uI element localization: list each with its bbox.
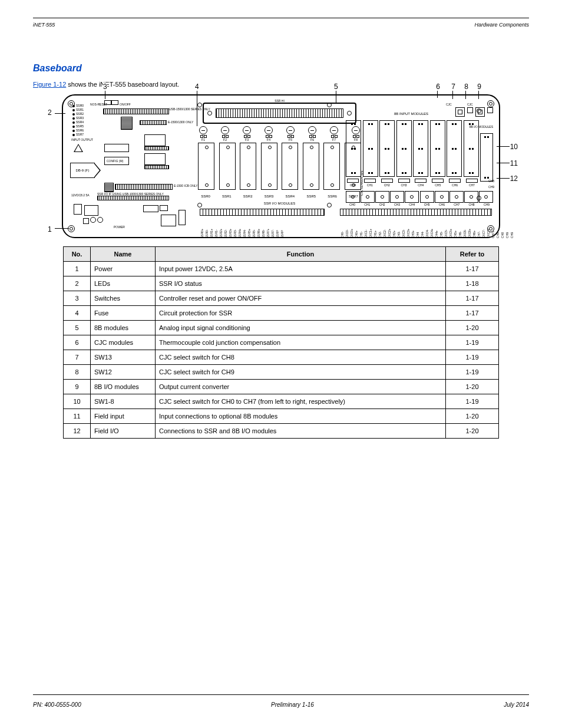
usb-note-4: SSR I/O IF USING USB-1000/1300 SERIES ON… <box>97 192 168 196</box>
ssr-field-connector <box>200 209 325 216</box>
8b-signal-labels: CH0-EXC0-EXC0+CH0+ CH1-EXC1-EXC1+CH1+ CH… <box>340 229 492 238</box>
table-row: 4FuseCircuit protection for SSR1-17 <box>64 306 499 321</box>
callout-6: 6 <box>436 83 440 91</box>
legend-table: No. Name Function Refer to 1PowerInput p… <box>63 246 499 439</box>
table-row: 6CJC modulesThermocouple cold junction c… <box>64 335 499 350</box>
callout-4: 4 <box>195 83 199 91</box>
table-row: 98B I/O modulesOutput current converter1… <box>64 380 499 394</box>
usb-note-2: E-1500/1300 ONLY <box>168 120 193 124</box>
callout-2: 2 <box>48 108 52 117</box>
table-row: 8SW12CJC select switch for CH91-19 <box>64 365 499 380</box>
footer-date: July 2014 <box>504 701 529 708</box>
ssr-module-row <box>198 143 361 190</box>
ssr-led-column: SSR0 SSR1 SSR2 SSR3 SSR4 SSR5 SSR6 SSR7 <box>72 104 84 137</box>
table-row: 7SW13CJC select switch for CH81-19 <box>64 350 499 365</box>
col-refer-header: Refer to <box>446 247 499 262</box>
8b-bottom-row <box>346 191 493 203</box>
col-name-header: Name <box>91 247 156 262</box>
table-header-row: No. Name Function Refer to <box>64 247 499 262</box>
bb-input-title: 8B INPUT MODULES <box>343 112 479 116</box>
table-row: 3SwitchesController reset and power ON/O… <box>64 291 499 306</box>
8b-module-row <box>346 120 479 177</box>
ssr-signal-labels: SSR0+SSR0- SSR1+SSR1- SSR2+SSR2- SSR3+SS… <box>200 229 323 238</box>
usb-note-3: E-1500 ICB ONLY <box>174 184 197 187</box>
callout-1: 1 <box>48 225 52 233</box>
callout-9: 9 <box>477 83 481 91</box>
callout-7: 7 <box>451 83 455 91</box>
col-func-header: Function <box>156 247 446 262</box>
fuse-row: F1 F2 F3 F4 F5 F6 F7 F8 <box>198 126 361 141</box>
callout-12: 12 <box>510 174 518 183</box>
table-row: 58B modulesAnalog input signal condition… <box>64 321 499 335</box>
vdc-label: 12VDC8.2 5A <box>71 193 90 197</box>
ssr-section: SSR HI F1 F2 F3 F4 F5 F6 F7 F8 <box>196 101 363 202</box>
onoff-label: ON/OFF <box>120 103 131 106</box>
header-title: Hardware Components <box>474 22 529 28</box>
figure-link[interactable]: Figure 1-12 <box>33 81 66 88</box>
callout-3: 3 <box>103 83 107 91</box>
footer-pn: PN: 400-0555-000 <box>33 701 81 708</box>
table-row: 10SW1-8CJC select switch for CH0 to CH7 … <box>64 394 499 409</box>
header-model: iNET-555 <box>33 22 55 28</box>
configm-label: CONFIG (M) <box>107 159 123 163</box>
io-label: INPUT OUTPUT <box>71 138 93 141</box>
warning-icon <box>74 144 83 152</box>
baseboard-diagram: 1 2 3 4 5 6 7 8 9 10 11 12 <box>62 94 500 238</box>
page-footer: PN: 400-0555-000 Preliminary 1-16 July 2… <box>33 701 529 708</box>
table-row: 11Field inputInput connections to option… <box>64 409 499 424</box>
cjc-select-label: CJC SENSOR Y/N <box>360 171 363 196</box>
power-label: POWER <box>114 225 125 229</box>
footer-page: Preliminary 1-16 <box>271 701 314 708</box>
table-row: 2LEDsSSR I/O status1-18 <box>64 276 499 291</box>
db9-arrow: DB-9 (F) <box>70 163 95 178</box>
8b-field-connector <box>340 209 492 216</box>
table-row: 1PowerInput power 12VDC, 2.5A1-17 <box>64 262 499 276</box>
col-no-header: No. <box>64 247 91 262</box>
callout-8: 8 <box>464 83 468 91</box>
callout-5: 5 <box>334 83 338 91</box>
callout-11: 11 <box>510 159 518 167</box>
callout-10: 10 <box>510 143 518 151</box>
table-row: 12Field I/OConnections to SSR and 8B I/O… <box>64 424 499 439</box>
page-header: iNET-555 Hardware Components <box>33 22 529 28</box>
section-heading: Baseboard <box>33 63 529 74</box>
ssr-io-title: SSR I/O MODULES <box>196 202 363 205</box>
